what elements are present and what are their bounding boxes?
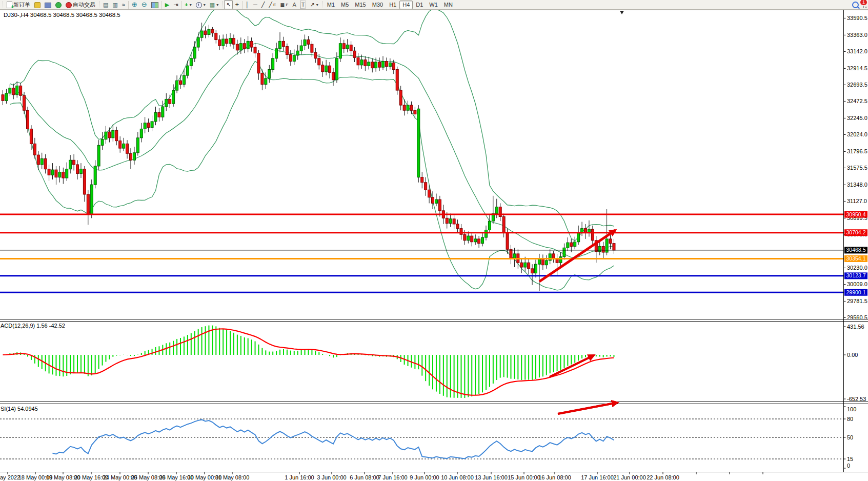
new-order-icon: + — [7, 2, 12, 8]
candle — [602, 246, 604, 252]
arrows-tool-icon: ↗ — [310, 1, 315, 8]
candle — [87, 194, 89, 214]
candle — [158, 113, 160, 117]
candle — [357, 57, 359, 65]
candle — [27, 110, 29, 129]
svg-text:16 Jun 08:00: 16 Jun 08:00 — [538, 474, 571, 480]
chart-canvas[interactable]: 33590.533363.033142.032914.532693.532472… — [0, 10, 868, 481]
svg-text:33590.5: 33590.5 — [847, 15, 867, 21]
candle — [140, 129, 143, 137]
rsi-axis: 1008050150 — [844, 406, 857, 469]
candle — [108, 132, 111, 138]
terminal-button[interactable] — [43, 0, 53, 9]
macd-panel-label: ACD(12,26,9) 1.56 -42.52 — [1, 323, 65, 329]
chart-shift-marker — [620, 11, 624, 14]
timeframe-m5-button[interactable]: M5 — [338, 1, 352, 9]
chart-shift-button[interactable]: ⇥ — [171, 0, 180, 9]
timeframe-m15-button[interactable]: M15 — [352, 1, 369, 9]
candle — [282, 41, 285, 46]
candle — [169, 99, 171, 104]
candle — [425, 183, 427, 190]
zoom-in-button[interactable]: ⊕ — [130, 0, 139, 9]
search-icon[interactable] — [852, 2, 859, 8]
auto-scroll-button[interactable]: ▶ — [163, 0, 171, 9]
candle — [197, 37, 199, 47]
line-chart-button[interactable]: ≈ — [120, 0, 127, 9]
zoom-out-button[interactable]: ⊖ — [139, 0, 149, 9]
autotrading-icon — [66, 2, 72, 8]
svg-text:0.00: 0.00 — [847, 352, 858, 358]
notifications-button[interactable]: 1 — [863, 2, 864, 8]
candlestick-chart-button[interactable]: ▥ — [110, 0, 119, 9]
candle — [538, 259, 540, 264]
candle — [591, 229, 594, 240]
macd-axis: 431.560.00-652.53 — [844, 324, 866, 402]
candle — [136, 138, 139, 153]
trendline-tool-button[interactable]: ╱ — [259, 0, 267, 9]
equidistant-channel-tool-button[interactable]: ╱E — [267, 0, 278, 9]
notification-badge: 1 — [860, 0, 867, 6]
svg-text:30123.7: 30123.7 — [846, 272, 866, 278]
candle — [48, 169, 50, 175]
zoom-out-icon: ⊖ — [142, 1, 147, 8]
candle — [265, 78, 267, 85]
candle — [314, 52, 317, 58]
svg-text:50: 50 — [847, 434, 853, 440]
timeframe-w1-button[interactable]: W1 — [426, 1, 441, 9]
candle — [552, 254, 555, 258]
candle — [368, 62, 370, 66]
macd-histogram — [3, 326, 614, 398]
candle — [567, 243, 569, 248]
candle — [257, 53, 260, 73]
vertical-line-tool-button[interactable]: │ — [244, 0, 251, 9]
svg-text:15: 15 — [847, 456, 853, 462]
horizontal-level-lines[interactable] — [0, 214, 844, 292]
timeframe-m1-button[interactable]: M1 — [324, 1, 338, 9]
channel-letter: E — [273, 3, 276, 7]
svg-text:30704.2: 30704.2 — [846, 229, 866, 235]
candle — [559, 257, 562, 263]
candle — [162, 107, 164, 117]
candle — [268, 69, 271, 78]
toolbar-right-group: 1 — [852, 2, 867, 8]
text-label-tool-button[interactable]: T — [298, 0, 308, 9]
candle — [190, 58, 192, 66]
bar-chart-button[interactable]: ▤ — [101, 0, 110, 9]
text-tool-button[interactable]: A — [290, 0, 298, 9]
candle — [304, 40, 306, 46]
tile-windows-button[interactable] — [149, 0, 160, 9]
timeframe-d1-button[interactable]: D1 — [413, 1, 426, 9]
chart-shift-icon: ⇥ — [173, 1, 178, 8]
autotrading-button[interactable]: 自动交易 — [64, 0, 97, 9]
svg-text:-652.53: -652.53 — [847, 396, 866, 402]
timeframe-h1-button[interactable]: H1 — [386, 1, 399, 9]
trend-arrow-rsi[interactable] — [558, 403, 617, 414]
strategy-tester-button[interactable] — [53, 0, 64, 9]
timeframe-mn-button[interactable]: MN — [441, 1, 456, 9]
indicators-button[interactable]: +▾ — [183, 0, 193, 9]
candle — [414, 110, 416, 114]
candle — [467, 236, 470, 240]
candle — [318, 58, 320, 65]
timeframe-m30-button[interactable]: M30 — [369, 1, 386, 9]
chart-area[interactable]: 33590.533363.033142.032914.532693.532472… — [0, 10, 868, 481]
crosshair-tool-button[interactable]: + — [233, 0, 241, 9]
candle — [449, 219, 452, 224]
candle — [446, 218, 448, 223]
candle — [510, 249, 512, 259]
candle — [474, 239, 477, 242]
candle — [172, 90, 175, 104]
candle — [97, 145, 100, 166]
new-order-button[interactable]: + 新订单 — [5, 0, 32, 9]
cursor-tool-button[interactable]: ↖ — [224, 0, 233, 9]
cursor-icon: ↖ — [226, 1, 231, 8]
templates-button[interactable]: ▦▾ — [208, 0, 220, 9]
horizontal-line-tool-button[interactable]: ─ — [251, 0, 259, 9]
periods-button[interactable]: ▾ — [194, 0, 208, 9]
candle — [528, 263, 530, 269]
fibonacci-tool-button[interactable]: ≣F — [278, 0, 290, 9]
timeframe-h4-button[interactable]: H4 — [399, 1, 413, 9]
metaeditor-button[interactable] — [32, 0, 43, 9]
arrows-tool-button[interactable]: ↗▾ — [308, 0, 320, 9]
candle — [435, 199, 437, 203]
